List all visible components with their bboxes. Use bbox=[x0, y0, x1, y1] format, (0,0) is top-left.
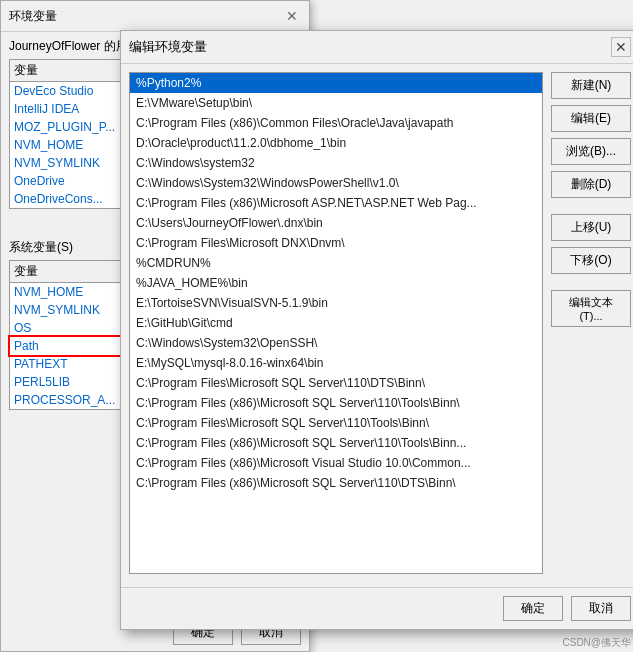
list-item[interactable]: E:\TortoiseSVN\VisualSVN-5.1.9\bin bbox=[130, 293, 542, 313]
delete-button[interactable]: 删除(D) bbox=[551, 171, 631, 198]
browse-button[interactable]: 浏览(B)... bbox=[551, 138, 631, 165]
edit-dialog-body: %Python2% E:\VMware\Setup\bin\ C:\Progra… bbox=[121, 64, 633, 582]
outer-title-bar: 环境变量 ✕ bbox=[1, 1, 309, 32]
edit-text-button[interactable]: 编辑文本(T)... bbox=[551, 290, 631, 327]
edit-dialog-title: 编辑环境变量 bbox=[129, 38, 207, 56]
edit-button[interactable]: 编辑(E) bbox=[551, 105, 631, 132]
edit-dialog-right-buttons: 新建(N) 编辑(E) 浏览(B)... 删除(D) 上移(U) 下移(O) 编… bbox=[551, 72, 631, 574]
list-item[interactable]: %CMDRUN% bbox=[130, 253, 542, 273]
path-list[interactable]: %Python2% E:\VMware\Setup\bin\ C:\Progra… bbox=[129, 72, 543, 574]
edit-cancel-button[interactable]: 取消 bbox=[571, 596, 631, 621]
list-item[interactable]: C:\Program Files (x86)\Common Files\Orac… bbox=[130, 113, 542, 133]
list-item[interactable]: E:\VMware\Setup\bin\ bbox=[130, 93, 542, 113]
move-down-button[interactable]: 下移(O) bbox=[551, 247, 631, 274]
outer-window-title: 环境变量 bbox=[9, 8, 57, 25]
list-item[interactable]: C:\Users\JourneyOfFlower\.dnx\bin bbox=[130, 213, 542, 233]
edit-confirm-button[interactable]: 确定 bbox=[503, 596, 563, 621]
list-item[interactable]: C:\Program Files (x86)\Microsoft SQL Ser… bbox=[130, 393, 542, 413]
list-item[interactable]: C:\Windows\system32 bbox=[130, 153, 542, 173]
list-item[interactable]: C:\Program Files (x86)\Microsoft Visual … bbox=[130, 453, 542, 473]
list-item[interactable]: C:\Windows\System32\WindowsPowerShell\v1… bbox=[130, 173, 542, 193]
edit-dialog-footer: 确定 取消 bbox=[121, 587, 633, 629]
list-item[interactable]: C:\Program Files (x86)\Microsoft ASP.NET… bbox=[130, 193, 542, 213]
new-button[interactable]: 新建(N) bbox=[551, 72, 631, 99]
list-item[interactable]: C:\Program Files\Microsoft DNX\Dnvm\ bbox=[130, 233, 542, 253]
watermark: CSDN@佛天华 bbox=[563, 636, 632, 650]
list-item[interactable]: E:\GitHub\Git\cmd bbox=[130, 313, 542, 333]
move-up-button[interactable]: 上移(U) bbox=[551, 214, 631, 241]
list-item[interactable]: C:\Windows\System32\OpenSSH\ bbox=[130, 333, 542, 353]
list-item[interactable]: %JAVA_HOME%\bin bbox=[130, 273, 542, 293]
edit-dialog-title-bar: 编辑环境变量 ✕ bbox=[121, 31, 633, 64]
list-item[interactable]: C:\Program Files (x86)\Microsoft SQL Ser… bbox=[130, 473, 542, 493]
list-item[interactable]: C:\Program Files\Microsoft SQL Server\11… bbox=[130, 413, 542, 433]
list-item[interactable]: C:\Program Files (x86)\Microsoft SQL Ser… bbox=[130, 433, 542, 453]
outer-close-button[interactable]: ✕ bbox=[283, 7, 301, 25]
list-item[interactable]: E:\MySQL\mysql-8.0.16-winx64\bin bbox=[130, 353, 542, 373]
list-item[interactable]: C:\Program Files\Microsoft SQL Server\11… bbox=[130, 373, 542, 393]
list-item[interactable]: %Python2% bbox=[130, 73, 542, 93]
list-item[interactable]: D:\Oracle\product\11.2.0\dbhome_1\bin bbox=[130, 133, 542, 153]
edit-env-dialog: 编辑环境变量 ✕ %Python2% E:\VMware\Setup\bin\ … bbox=[120, 30, 633, 630]
edit-dialog-close-button[interactable]: ✕ bbox=[611, 37, 631, 57]
